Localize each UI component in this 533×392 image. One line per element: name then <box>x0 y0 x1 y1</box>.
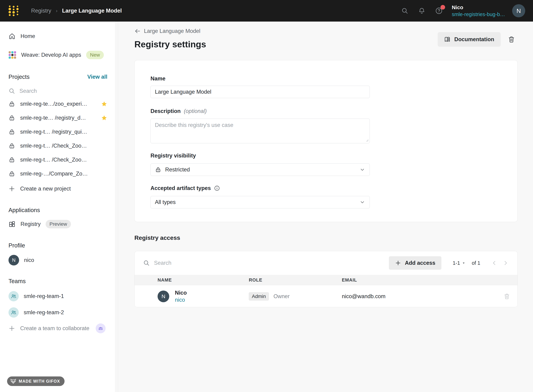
create-project-label: Create a new project <box>20 186 71 192</box>
applications-section-header: Applications <box>9 204 118 216</box>
weave-icon <box>9 51 16 59</box>
plus-icon <box>9 325 15 332</box>
help-icon[interactable] <box>435 7 443 14</box>
name-label-text: Name <box>151 75 165 82</box>
access-search[interactable] <box>143 260 389 266</box>
search-icon <box>9 88 15 94</box>
new-badge: New <box>86 51 104 59</box>
pagination: 1-1 of 1 <box>453 260 480 266</box>
breadcrumb: Registry › Large Language Model <box>31 8 122 14</box>
breadcrumb-registry[interactable]: Registry <box>31 8 51 14</box>
projects-view-all-link[interactable]: View all <box>87 74 107 80</box>
artifact-types-label: Accepted artifact types <box>151 185 501 191</box>
user-avatar[interactable]: N <box>512 4 525 17</box>
artifact-types-select[interactable]: All types <box>151 196 370 208</box>
applications-title: Applications <box>9 207 40 214</box>
chevron-right-icon[interactable] <box>502 260 509 266</box>
lock-icon <box>155 167 161 173</box>
member-username-link[interactable]: nico <box>175 297 187 303</box>
access-toolbar: Add access 1-1 of 1 <box>135 251 517 275</box>
sidebar-project-item[interactable]: smle-reg-t… /registry_qui… <box>9 125 118 139</box>
create-team-label: Create a team to collaborate <box>20 325 89 331</box>
lock-icon <box>9 142 15 149</box>
notification-dot <box>440 5 445 9</box>
page-title: Registry settings <box>134 39 206 50</box>
role-owner-label: Owner <box>274 293 289 299</box>
role-badge: Admin <box>249 292 269 300</box>
sidebar-item-team-2[interactable]: smle-reg-team-2 <box>9 305 118 320</box>
project-label: smle-reg-t… /Check_Zoo… <box>20 143 87 149</box>
add-access-label: Add access <box>405 260 435 266</box>
sidebar-project-item[interactable]: smle-reg-te…/zoo_experi… <box>9 97 118 111</box>
people-icon <box>11 309 17 315</box>
teams-section-header: Teams <box>9 275 118 287</box>
description-label: Description (optional) <box>151 108 501 114</box>
sidebar-project-item[interactable]: smle-reg-t… /Check_Zoo… <box>9 153 118 167</box>
lock-icon <box>9 101 15 107</box>
registry-app-icon <box>9 221 16 228</box>
search-icon[interactable] <box>401 7 408 14</box>
access-search-input[interactable] <box>154 260 260 266</box>
star-icon[interactable] <box>101 115 107 121</box>
registry-access-card: Add access 1-1 of 1 NAME ROLE EMAIL <box>134 251 518 307</box>
sidebar-scrollbar[interactable] <box>115 22 118 392</box>
lock-icon <box>9 170 15 177</box>
profile-section-header: Profile <box>9 240 118 251</box>
sidebar-item-team-1[interactable]: smle-reg-team-1 <box>9 289 118 303</box>
column-email: EMAIL <box>342 277 496 283</box>
resize-grip-icon[interactable] <box>366 139 369 142</box>
access-table-header: NAME ROLE EMAIL <box>135 275 517 285</box>
sidebar-weave-label: Weave: Develop AI apps <box>21 52 81 58</box>
notifications-bell-icon[interactable] <box>418 7 425 14</box>
artifact-types-value: All types <box>155 199 176 205</box>
page-range: 1-1 <box>453 260 460 266</box>
caret-down-icon <box>462 261 465 265</box>
team-name: smle-reg-team-1 <box>24 293 64 299</box>
home-icon <box>9 33 16 40</box>
column-name: NAME <box>158 277 249 283</box>
description-textarea[interactable] <box>151 119 370 143</box>
sidebar-project-item[interactable]: smle-reg-te… /registry_d… <box>9 111 118 125</box>
plus-icon <box>395 260 401 266</box>
profile-username: nico <box>24 257 34 263</box>
arrow-left-icon <box>134 28 141 34</box>
user-menu[interactable]: Nico smle-registries-bug-b… <box>452 5 505 17</box>
book-icon <box>444 36 451 43</box>
visibility-label-text: Registry visibility <box>151 153 196 159</box>
back-link[interactable]: Large Language Model <box>134 28 200 34</box>
chevron-down-icon <box>359 167 365 173</box>
sidebar-project-item[interactable]: smle-reg-…/Compare_Zo… <box>9 167 118 181</box>
projects-search[interactable] <box>9 85 118 97</box>
sidebar-item-home[interactable]: Home <box>9 30 118 42</box>
sidebar-item-profile-nico[interactable]: N nico <box>9 252 118 268</box>
projects-search-input[interactable] <box>19 88 87 94</box>
chevron-left-icon[interactable] <box>491 260 498 266</box>
plus-icon <box>9 185 15 192</box>
user-team-link[interactable]: smle-registries-bug-b… <box>452 11 505 17</box>
project-label: smle-reg-te… /registry_d… <box>20 115 86 121</box>
visibility-select[interactable]: Restricted <box>151 163 370 176</box>
create-team-button[interactable]: Create a team to collaborate <box>9 322 118 335</box>
wandb-logo-icon[interactable] <box>8 5 19 17</box>
gifox-label: MADE WITH GIFOX <box>19 379 60 384</box>
sidebar-project-item[interactable]: smle-reg-t… /Check_Zoo… <box>9 139 118 153</box>
project-label: smle-reg-t… /registry_qui… <box>20 129 87 135</box>
delete-registry-icon[interactable] <box>508 36 515 43</box>
gifox-badge[interactable]: MADE WITH GIFOX <box>7 376 65 386</box>
sidebar-item-registry[interactable]: Registry Preview <box>9 217 118 231</box>
remove-member-trash-icon[interactable] <box>504 293 510 300</box>
description-textarea-wrap <box>151 119 370 143</box>
member-avatar: N <box>158 290 169 302</box>
visibility-value: Restricted <box>165 167 190 173</box>
info-icon[interactable] <box>214 185 220 191</box>
sidebar-item-weave[interactable]: Weave: Develop AI apps New <box>9 49 118 61</box>
create-project-button[interactable]: Create a new project <box>9 182 118 196</box>
sidebar: Home Weave: Develop AI apps New Projects… <box>0 22 118 392</box>
top-navbar: Registry › Large Language Model Nico <box>0 0 533 22</box>
add-access-button[interactable]: Add access <box>389 256 441 270</box>
member-name-cell: N Nico nico <box>158 290 249 303</box>
page-range-dropdown[interactable]: 1-1 <box>453 260 465 266</box>
documentation-button[interactable]: Documentation <box>438 32 501 47</box>
name-input[interactable] <box>151 86 370 98</box>
star-icon[interactable] <box>101 101 107 107</box>
